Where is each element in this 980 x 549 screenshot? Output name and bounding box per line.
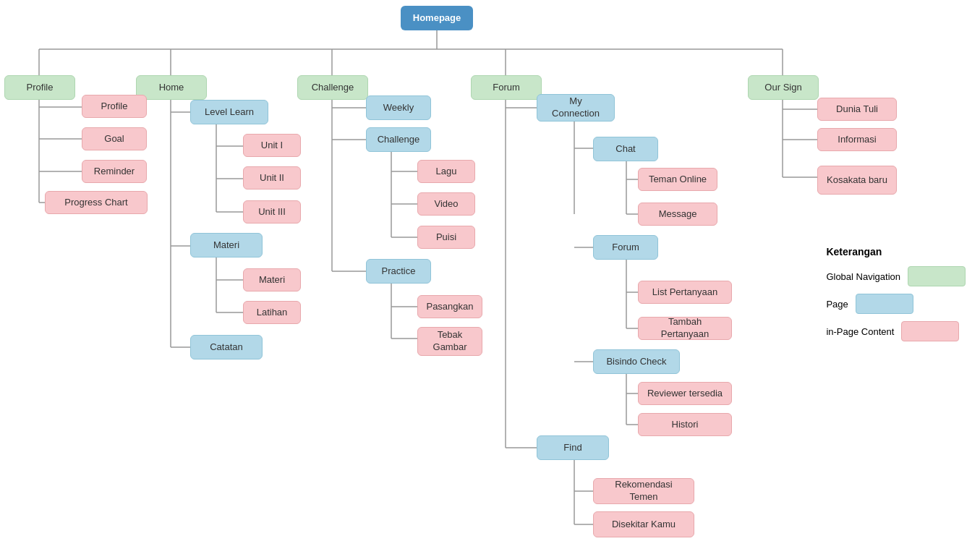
legend-box-page	[856, 294, 913, 314]
chat-page-node: Chat	[593, 137, 658, 161]
pasangkan-content-node: Pasangkan	[417, 295, 482, 318]
histori-content-node: Histori	[638, 413, 732, 436]
profile-nav-node: Profile	[4, 75, 75, 100]
legend-item-page: Page	[826, 294, 966, 314]
weekly-page-node: Weekly	[366, 95, 431, 120]
rekomendasi-temen-content-node: Rekomendasi Temen	[593, 478, 694, 504]
puisi-content-node: Puisi	[417, 226, 475, 249]
forum-nav-node: Forum	[471, 75, 542, 100]
kosakata-baru-content-node: Kosakata baru	[817, 166, 897, 195]
unit-ii-node: Unit II	[243, 166, 301, 190]
forum-page-node: Forum	[593, 235, 658, 260]
informasi-content-node: Informasi	[817, 128, 897, 151]
reminder-page-node: Reminder	[82, 160, 147, 183]
lagu-content-node: Lagu	[417, 160, 475, 183]
tebak-gambar-content-node: Tebak Gambar	[417, 327, 482, 356]
my-connection-page-node: My Connection	[537, 94, 615, 122]
legend: Keterangan Global Navigation Page in-Pag…	[826, 246, 966, 349]
disekitar-kamu-content-node: Disekitar Kamu	[593, 511, 694, 537]
bisindo-check-page-node: Bisindo Check	[593, 349, 680, 374]
list-pertanyaan-content-node: List Pertanyaan	[638, 281, 732, 304]
catatan-page-node: Catatan	[190, 335, 263, 359]
homepage-node: Homepage	[401, 6, 473, 30]
legend-box-global	[908, 266, 966, 286]
goal-page-node: Goal	[82, 127, 147, 150]
reviewer-tersedia-content-node: Reviewer tersedia	[638, 382, 732, 405]
unit-iii-node: Unit III	[243, 200, 301, 224]
find-page-node: Find	[537, 435, 609, 460]
video-content-node: Video	[417, 192, 475, 216]
latihan-content-node: Latihan	[243, 301, 301, 324]
challenge-nav-node: Challenge	[297, 75, 368, 100]
legend-label-content: in-Page Content	[826, 326, 894, 337]
legend-item-global: Global Navigation	[826, 266, 966, 286]
legend-item-content: in-Page Content	[826, 321, 966, 341]
dunia-tuli-content-node: Dunia Tuli	[817, 98, 897, 121]
message-content-node: Message	[638, 203, 717, 226]
practice-page-node: Practice	[366, 259, 431, 284]
level-learn-node: Level Learn	[190, 100, 268, 124]
legend-title: Keterangan	[826, 246, 966, 258]
unit-i-node: Unit I	[243, 134, 301, 157]
home-nav-node: Home	[136, 75, 207, 100]
progress-chart-page-node: Progress Chart	[45, 191, 148, 214]
legend-box-content	[901, 321, 959, 341]
oursign-nav-node: Our Sign	[748, 75, 819, 100]
challenge-page-node: Challenge	[366, 127, 431, 152]
legend-label-global: Global Navigation	[826, 271, 900, 282]
materi-content-node: Materi	[243, 268, 301, 291]
profile-page-node: Profile	[82, 95, 147, 118]
legend-label-page: Page	[826, 299, 848, 310]
sitemap-diagram: Homepage Profile Home Challenge Forum Ou…	[0, 0, 980, 549]
teman-online-content-node: Teman Online	[638, 168, 717, 191]
tambah-pertanyaan-content-node: Tambah Pertanyaan	[638, 317, 732, 340]
materi-page-node: Materi	[190, 233, 263, 258]
